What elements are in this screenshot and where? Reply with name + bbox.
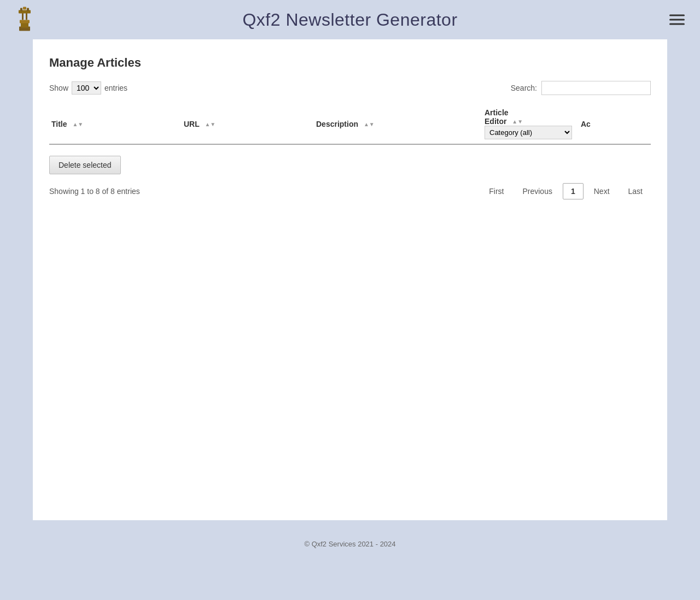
pagination-controls: First Previous 1 Next Last: [481, 183, 651, 199]
col-header-description[interactable]: Description ▲▼: [314, 104, 482, 144]
svg-rect-8: [23, 7, 26, 10]
table-header: Title ▲▼ URL ▲▼ Description ▲▼ ArticleEd…: [49, 104, 651, 144]
col-desc-label: Description: [316, 120, 358, 128]
svg-rect-7: [27, 8, 29, 11]
showing-info: Showing 1 to 8 of 8 entries: [49, 187, 140, 196]
entries-per-page-select[interactable]: 10 25 50 100: [72, 81, 101, 95]
svg-rect-6: [20, 8, 22, 11]
main-container: Manage Articles Show 10 25 50 100 entrie…: [33, 39, 667, 520]
show-label: Show: [49, 84, 68, 92]
page-title: Manage Articles: [49, 56, 651, 70]
sort-arrows-description[interactable]: ▲▼: [364, 122, 375, 127]
col-url-label: URL: [184, 120, 200, 128]
next-page-button[interactable]: Next: [586, 183, 618, 199]
delete-section: Delete selected: [49, 156, 651, 174]
search-label: Search:: [511, 84, 537, 92]
hamburger-line-3: [669, 23, 685, 25]
footer: © Qxf2 Services 2021 - 2024: [0, 531, 700, 557]
bottom-section: Delete selected Showing 1 to 8 of 8 entr…: [49, 156, 651, 199]
svg-rect-2: [20, 20, 30, 23]
articles-table: Title ▲▼ URL ▲▼ Description ▲▼ ArticleEd…: [49, 104, 651, 145]
logo: [11, 5, 38, 35]
page-1-button[interactable]: 1: [563, 183, 584, 199]
col-header-editor[interactable]: ArticleEditor ▲▼ Category (all): [482, 104, 579, 144]
category-filter-select[interactable]: Category (all): [485, 126, 572, 139]
col-actions-label: Ac: [581, 120, 591, 128]
show-entries-control: Show 10 25 50 100 entries: [49, 81, 127, 95]
col-editor-label: ArticleEditor: [485, 108, 509, 126]
search-area: Search:: [511, 81, 651, 95]
controls-row: Show 10 25 50 100 entries Search:: [49, 81, 651, 95]
delete-selected-button[interactable]: Delete selected: [49, 156, 121, 174]
previous-page-button[interactable]: Previous: [514, 183, 560, 199]
hamburger-line-1: [669, 15, 685, 16]
col-header-url[interactable]: URL ▲▼: [182, 104, 314, 144]
hamburger-menu-button[interactable]: [665, 10, 689, 30]
copyright-text: © Qxf2 Services 2021 - 2024: [304, 540, 395, 548]
sort-arrows-title[interactable]: ▲▼: [72, 122, 83, 127]
page-header-title: Qxf2 Newsletter Generator: [242, 10, 457, 30]
hamburger-line-2: [669, 19, 685, 21]
header: Qxf2 Newsletter Generator: [0, 0, 700, 39]
pagination-row: Showing 1 to 8 of 8 entries First Previo…: [49, 183, 651, 199]
col-header-actions: Ac: [579, 104, 651, 144]
svg-rect-4: [26, 13, 27, 20]
svg-rect-3: [22, 13, 24, 20]
first-page-button[interactable]: First: [481, 183, 512, 199]
last-page-button[interactable]: Last: [620, 183, 651, 199]
col-header-title[interactable]: Title ▲▼: [49, 104, 182, 144]
entries-label: entries: [104, 84, 127, 92]
search-input[interactable]: [541, 81, 651, 95]
sort-arrows-editor[interactable]: ▲▼: [512, 119, 523, 125]
table-header-row: Title ▲▼ URL ▲▼ Description ▲▼ ArticleEd…: [49, 104, 651, 144]
col-title-label: Title: [51, 120, 67, 128]
sort-arrows-url[interactable]: ▲▼: [205, 122, 215, 127]
